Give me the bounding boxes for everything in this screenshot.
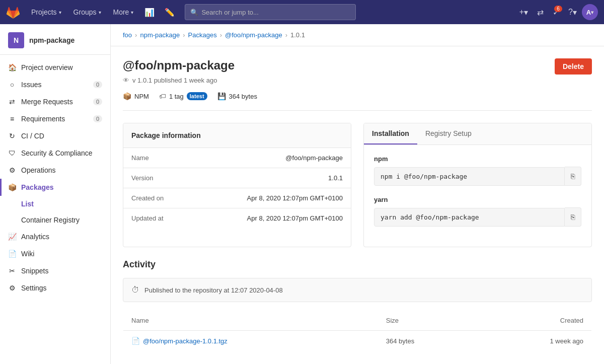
breadcrumb-version: 1.0.1 <box>290 31 305 39</box>
breadcrumb-packages[interactable]: Packages <box>188 31 217 39</box>
size-icon: 💾 <box>217 92 226 100</box>
breadcrumb: foo › npm-package › Packages › @foo/npm-… <box>111 24 604 46</box>
install-tabs: Installation Registry Setup <box>364 123 591 145</box>
copy-yarn-button[interactable]: ⎘ <box>565 207 581 227</box>
sidebar-item-wiki[interactable]: 📄 Wiki <box>0 245 110 262</box>
detail-columns: Package information Name @foo/npm-packag… <box>123 123 592 247</box>
install-content: npm npm i @foo/npm-package ⎘ yarn yarn a… <box>364 145 591 247</box>
page-header: @foo/npm-package 👁 v 1.0.1 published 1 w… <box>123 58 592 84</box>
sidebar-nav: 🏠 Project overview ○ Issues 0 ⇄ Merge Re… <box>0 55 110 301</box>
main-content: foo › npm-package › Packages › @foo/npm-… <box>111 24 604 364</box>
files-table: Name Size Created 📄 @foo/npm-package-1.0… <box>123 310 592 351</box>
installation-card: Installation Registry Setup npm npm i @f… <box>363 123 592 247</box>
gitlab-logo[interactable] <box>6 5 20 19</box>
project-avatar: N <box>8 32 24 48</box>
npm-label: npm <box>374 155 581 163</box>
top-navigation: Projects ▾ Groups ▾ More ▾ 📊 ✏️ 🔍 Search… <box>0 0 604 24</box>
table-row: Name @foo/npm-package <box>123 148 351 168</box>
activity-item: ⏱ Published to the repository at 12:07 2… <box>123 278 592 302</box>
merge-requests-nav[interactable]: ⇄ <box>533 5 548 20</box>
cicd-icon: ↻ <box>8 132 16 140</box>
tab-registry-setup[interactable]: Registry Setup <box>417 123 480 144</box>
info-card-header: Package information <box>123 123 351 148</box>
user-avatar[interactable]: A ▾ <box>582 4 598 20</box>
package-type: 📦 NPM <box>123 92 149 100</box>
sidebar-item-packages[interactable]: 📦 Packages <box>0 179 110 196</box>
file-icon: 📄 <box>131 337 140 345</box>
chevron-down-icon: ▾ <box>524 8 528 17</box>
sidebar-item-operations[interactable]: ⚙ Operations <box>0 162 110 179</box>
package-info-card: Package information Name @foo/npm-packag… <box>123 123 351 247</box>
yarn-label: yarn <box>374 196 581 203</box>
nav-more[interactable]: More ▾ <box>108 5 139 19</box>
issues-icon: ○ <box>8 81 16 89</box>
settings-icon: ⚙ <box>8 284 16 292</box>
page-layout: N npm-package 🏠 Project overview ○ Issue… <box>0 24 604 364</box>
sidebar-item-settings[interactable]: ⚙ Settings <box>0 279 110 297</box>
sidebar-item-merge-requests[interactable]: ⇄ Merge Requests 0 <box>0 93 110 110</box>
merge-requests-icon: ⇄ <box>8 98 16 106</box>
shield-icon: 🛡 <box>8 149 16 157</box>
new-item-button[interactable]: + ▾ <box>515 5 532 20</box>
page-title: @foo/npm-package <box>123 58 235 72</box>
package-title-section: @foo/npm-package 👁 v 1.0.1 published 1 w… <box>123 58 235 84</box>
project-header: N npm-package <box>0 24 110 55</box>
sidebar-item-requirements[interactable]: ≡ Requirements 0 <box>0 110 110 127</box>
delete-button[interactable]: Delete <box>555 58 592 75</box>
chevron-down-icon: ▾ <box>99 10 101 15</box>
sidebar-item-snippets[interactable]: ✂ Snippets <box>0 262 110 279</box>
package-tag: 🏷 1 tag latest <box>159 92 207 100</box>
activity-chart-icon[interactable]: 📊 <box>140 5 159 20</box>
sidebar-item-container-registry[interactable]: Container Registry <box>21 212 110 228</box>
nav-right-actions: + ▾ ⇄ ✓ 6 ? ▾ A ▾ <box>515 4 598 20</box>
yarn-command: yarn add @foo/npm-package <box>374 208 565 227</box>
breadcrumb-npm-package[interactable]: npm-package <box>140 31 180 39</box>
sidebar-item-issues[interactable]: ○ Issues 0 <box>0 76 110 93</box>
activity-title: Activity <box>123 259 592 270</box>
question-icon: ? <box>568 8 573 17</box>
yarn-command-row: yarn add @foo/npm-package ⎘ <box>374 207 581 227</box>
merge-icon: ⇄ <box>537 8 544 17</box>
global-search[interactable]: 🔍 Search or jump to... <box>185 4 356 20</box>
nav-projects[interactable]: Projects ▾ <box>26 5 66 19</box>
table-row: Version 1.0.1 <box>123 168 351 188</box>
requirements-icon: ≡ <box>8 115 16 123</box>
copy-icon: ⎘ <box>571 172 575 180</box>
clock-icon: ⏱ <box>131 285 139 295</box>
copy-icon: ⎘ <box>571 213 575 221</box>
sidebar-item-project-overview[interactable]: 🏠 Project overview <box>0 59 110 76</box>
nav-groups[interactable]: Groups ▾ <box>68 5 106 19</box>
npm-command-row: npm i @foo/npm-package ⎘ <box>374 167 581 186</box>
chevron-down-icon: ▾ <box>573 8 577 17</box>
sidebar-item-cicd[interactable]: ↻ CI / CD <box>0 127 110 144</box>
tag-icon: 🏷 <box>159 92 166 100</box>
package-meta: 📦 NPM 🏷 1 tag latest 💾 364 bytes <box>123 92 592 111</box>
copy-npm-button[interactable]: ⎘ <box>565 167 581 186</box>
project-name: npm-package <box>29 36 74 44</box>
chevron-down-icon: ▾ <box>59 10 61 15</box>
content-area: @foo/npm-package 👁 v 1.0.1 published 1 w… <box>111 46 604 363</box>
analytics-icon: 📈 <box>8 233 16 241</box>
sidebar: N npm-package 🏠 Project overview ○ Issue… <box>0 24 111 364</box>
sidebar-item-security-compliance[interactable]: 🛡 Security & Compliance <box>0 144 110 162</box>
operations-icon: ⚙ <box>8 166 16 174</box>
table-row: 📄 @foo/npm-package-1.0.1.tgz 364 bytes 1… <box>123 331 592 351</box>
breadcrumb-foo[interactable]: foo <box>123 31 132 39</box>
help-nav[interactable]: ? ▾ <box>564 5 581 20</box>
sidebar-item-list[interactable]: List <box>21 196 110 212</box>
info-table: Name @foo/npm-package Version 1.0.1 Crea… <box>123 148 351 228</box>
breadcrumb-package-name[interactable]: @foo/npm-package <box>225 31 282 39</box>
todos-nav[interactable]: ✓ 6 <box>549 5 563 20</box>
wiki-icon: 📄 <box>8 250 16 258</box>
snippets-icon: ✂ <box>8 267 16 275</box>
tab-installation[interactable]: Installation <box>364 123 417 144</box>
file-link[interactable]: 📄 @foo/npm-package-1.0.1.tgz <box>131 337 370 345</box>
sidebar-item-analytics[interactable]: 📈 Analytics <box>0 228 110 245</box>
package-size: 💾 364 bytes <box>217 92 257 100</box>
chevron-down-icon: ▾ <box>131 10 133 15</box>
snippets-icon[interactable]: ✏️ <box>161 5 179 20</box>
box-icon: 📦 <box>123 92 131 100</box>
home-icon: 🏠 <box>8 63 16 71</box>
table-row: Created on Apr 8, 2020 12:07pm GMT+0100 <box>123 188 351 208</box>
chevron-down-icon: ▾ <box>591 10 593 15</box>
